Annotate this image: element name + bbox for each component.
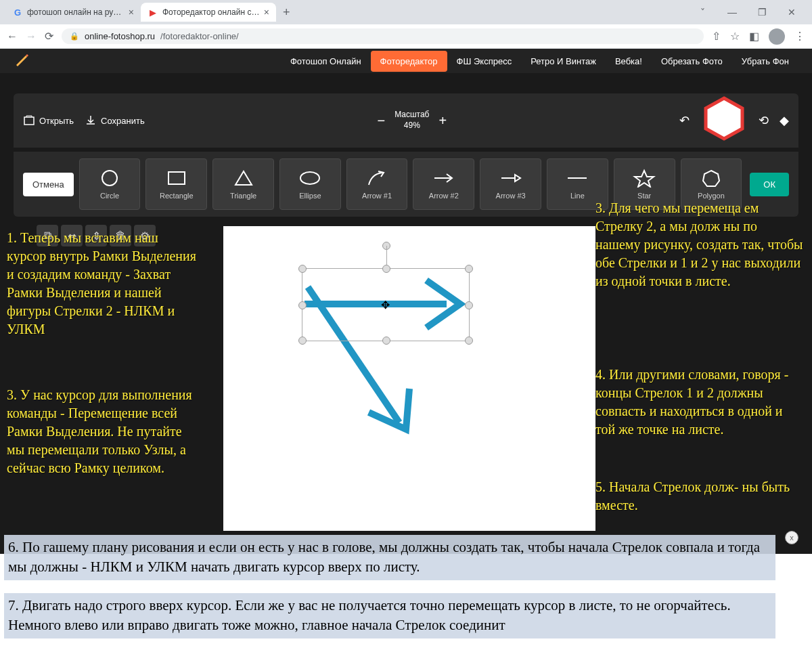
close-window-button[interactable]: ✕ <box>777 1 807 23</box>
selection-box[interactable]: ✥ <box>302 268 470 341</box>
shape-ellipse[interactable]: Ellipse <box>279 158 341 210</box>
open-button[interactable]: Открыть <box>23 114 74 127</box>
shape-label: Circle <box>100 192 119 200</box>
svg-rect-0 <box>24 117 34 125</box>
selection-handle[interactable] <box>298 265 307 273</box>
shape-rectangle[interactable]: Rectangle <box>145 158 207 210</box>
toolbar-right: ↶ ⟲ ◆ <box>679 99 789 142</box>
shape-label: Ellipse <box>299 192 321 200</box>
site-favicon: ▶ <box>148 7 158 18</box>
shape-label: Triangle <box>230 192 256 200</box>
selection-handle[interactable] <box>382 265 390 273</box>
rotation-line <box>386 246 387 265</box>
zoom-display: Масштаб 49% <box>394 110 429 131</box>
shape-arrow2[interactable]: Arrow #2 <box>413 158 474 210</box>
selection-handle[interactable] <box>298 301 307 309</box>
site-nav: Фотошоп Онлайн Фоторедактор ФШ Экспресс … <box>0 49 812 73</box>
minimize-button[interactable]: — <box>717 1 747 23</box>
nav-link[interactable]: Фотошоп Онлайн <box>281 51 371 72</box>
annotation-text: 6. По гашему плану рисования и если он е… <box>4 535 775 580</box>
tab-title: фотошоп онлайн на русском - <box>27 7 125 17</box>
nav-link[interactable]: Обрезать Фото <box>652 51 732 72</box>
shape-label: Rectangle <box>160 192 194 200</box>
cancel-button[interactable]: Отмена <box>23 173 74 196</box>
close-overlay-button[interactable]: x <box>785 531 798 544</box>
zoom-in-button[interactable]: + <box>439 113 447 129</box>
open-label: Открыть <box>39 116 74 126</box>
ok-button[interactable]: ОК <box>750 173 789 196</box>
nav-link[interactable]: ФШ Экспресс <box>447 51 522 72</box>
selection-handle[interactable] <box>298 337 307 345</box>
svg-point-4 <box>300 172 319 184</box>
zoom-label: Масштаб <box>394 110 429 121</box>
shape-arrow3[interactable]: Arrow #3 <box>480 158 541 210</box>
back-button[interactable]: ← <box>7 30 18 43</box>
shape-label: Arrow #2 <box>429 192 459 200</box>
url-host: online-fotoshop.ru <box>85 31 155 41</box>
address-bar-actions: ⇧ ☆ ◧ ⋮ <box>712 28 805 45</box>
extension-icon[interactable]: ◧ <box>749 30 759 43</box>
url-input[interactable]: 🔒 online-fotoshop.ru/fotoredaktor-online… <box>62 28 704 44</box>
svg-rect-3 <box>168 172 185 184</box>
undo-button[interactable]: ↶ <box>679 113 690 128</box>
annotation-text: 3. У нас курсор для выполнения команды -… <box>7 386 200 477</box>
annotation-text: 3. Для чего мы перемеща ем Стрелку 2, а … <box>595 199 805 290</box>
address-bar: ← → ⟳ 🔒 online-fotoshop.ru/fotoredaktor-… <box>0 24 812 49</box>
lock-icon: 🔒 <box>70 32 79 41</box>
move-cursor-icon: ✥ <box>381 299 390 311</box>
star-icon[interactable]: ☆ <box>730 30 740 43</box>
url-path: /fotoredaktor-online/ <box>160 31 239 41</box>
browser-tab-active[interactable]: ▶ Фоторедактор онлайн с эффект × <box>141 3 276 22</box>
tab-bar: G фотошоп онлайн на русском - × ▶ Фоторе… <box>0 0 812 24</box>
close-icon[interactable]: × <box>129 7 134 18</box>
selection-handle[interactable] <box>382 337 390 345</box>
nav-link[interactable]: Ретро И Винтаж <box>521 51 606 72</box>
shape-label: Line <box>570 192 585 200</box>
google-favicon: G <box>12 7 23 18</box>
site-logo[interactable] <box>14 51 30 70</box>
zoom-value: 49% <box>394 121 429 131</box>
nav-link[interactable]: Вебка! <box>606 51 652 72</box>
browser-tab[interactable]: G фотошоп онлайн на русском - × <box>5 3 141 22</box>
shape-triangle[interactable]: Triangle <box>212 158 274 210</box>
editor-toolbar: Открыть Сохранить − Масштаб 49% + ↶ ⟲ ◆ <box>14 93 798 148</box>
close-icon[interactable]: × <box>264 7 269 18</box>
chevron-down-icon[interactable]: ˅ <box>687 1 717 23</box>
shape-label: Arrow #3 <box>496 192 526 200</box>
layers-icon[interactable]: ◆ <box>780 113 789 128</box>
avatar[interactable] <box>769 28 785 45</box>
shape-arrow1[interactable]: Arrow #1 <box>346 158 408 210</box>
browser-chrome: G фотошоп онлайн на русском - × ▶ Фоторе… <box>0 0 812 49</box>
canvas[interactable]: ✥ <box>223 226 595 531</box>
new-tab-button[interactable]: + <box>276 5 297 20</box>
window-controls: ˅ — ❐ ✕ <box>687 1 807 23</box>
menu-icon[interactable]: ⋮ <box>794 30 805 43</box>
hexagon-badge <box>700 99 748 142</box>
annotation-text: 5. Начала Стрелок долж- ны быть вместе. <box>595 478 805 515</box>
annotation-text: 1. Теперь мы вставим наш курсор внутрь Р… <box>7 229 200 339</box>
nav-link-active[interactable]: Фоторедактор <box>371 51 447 72</box>
zoom-out-button[interactable]: − <box>377 113 385 129</box>
selection-handle[interactable] <box>465 301 473 309</box>
save-button[interactable]: Сохранить <box>85 114 145 127</box>
maximize-button[interactable]: ❐ <box>747 1 777 23</box>
history-icon[interactable]: ⟲ <box>759 113 769 128</box>
annotation-text: 7. Двигать надо строго вверх курсор. Есл… <box>4 593 775 638</box>
reload-button[interactable]: ⟳ <box>45 30 53 43</box>
selection-handle[interactable] <box>465 265 473 273</box>
svg-marker-1 <box>706 98 742 139</box>
shape-circle[interactable]: Circle <box>79 158 141 210</box>
selection-handle[interactable] <box>465 337 473 345</box>
annotation-text: 4. Или другими словами, говоря - концы С… <box>595 366 805 439</box>
svg-marker-6 <box>703 171 719 186</box>
tab-title: Фоторедактор онлайн с эффект <box>162 7 260 17</box>
save-label: Сохранить <box>101 116 145 126</box>
zoom-controls: − Масштаб 49% + <box>377 110 447 131</box>
forward-button[interactable]: → <box>26 30 37 43</box>
share-icon[interactable]: ⇧ <box>712 30 721 43</box>
shape-label: Arrow #1 <box>362 192 392 200</box>
nav-link[interactable]: Убрать Фон <box>732 51 798 72</box>
svg-point-2 <box>102 171 117 186</box>
